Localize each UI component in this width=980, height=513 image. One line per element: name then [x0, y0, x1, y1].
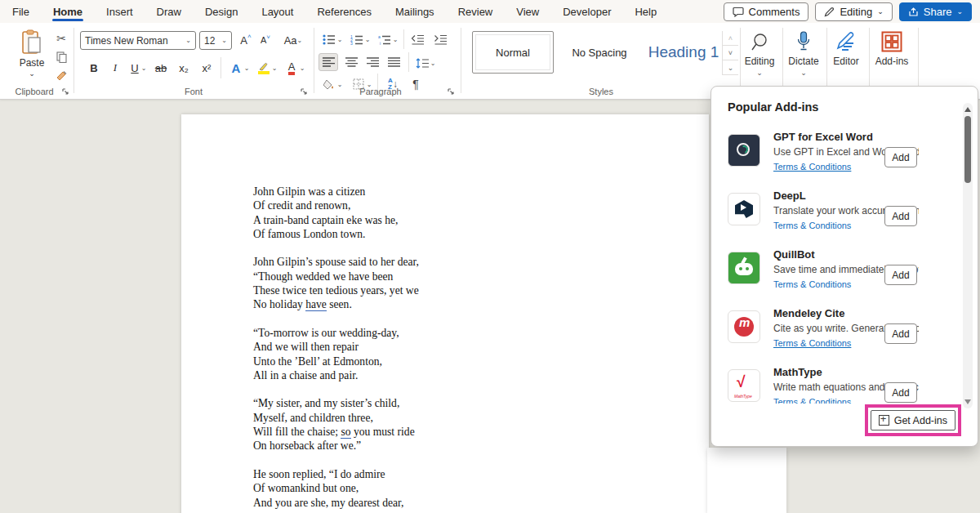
addins-button[interactable]: Add-ins — [871, 28, 913, 85]
style-normal[interactable]: Normal — [472, 31, 554, 74]
style-heading-1[interactable]: Heading 1 — [645, 31, 722, 74]
addin-add-button[interactable]: Add — [884, 323, 917, 344]
tab-design[interactable]: Design — [204, 2, 238, 22]
panel-scrollbar[interactable] — [963, 103, 973, 408]
flyout-remnant — [707, 448, 786, 513]
addin-terms-link[interactable]: Terms & Conditions — [773, 279, 851, 289]
scroll-down-icon[interactable] — [964, 399, 971, 404]
tab-review[interactable]: Review — [457, 2, 494, 22]
addin-add-button[interactable]: Add — [884, 147, 917, 167]
document-text: John Gilpin was a citizenOf credit and r… — [253, 185, 419, 513]
shrink-font-button[interactable]: A˅ — [256, 31, 274, 49]
addin-list-item: DeepL Translate your work accurately and… — [711, 185, 956, 243]
paste-button[interactable]: Paste ⌄ — [13, 29, 51, 83]
tab-developer[interactable]: Developer — [562, 2, 612, 22]
underline-options-chevron[interactable]: ⌄ — [139, 59, 149, 77]
editing-label: Editing — [745, 56, 775, 67]
editing-mode-button[interactable]: Editing ⌄ — [815, 2, 892, 21]
document-page[interactable]: John Gilpin was a citizenOf credit and r… — [181, 114, 709, 513]
addin-add-button[interactable]: Add — [884, 206, 917, 226]
grammar-underline: have — [305, 298, 327, 311]
gpt-addin-logo-icon — [728, 134, 760, 167]
align-right-button[interactable] — [363, 53, 382, 71]
increase-indent-button[interactable] — [431, 30, 449, 48]
mendeley-addin-logo-icon — [728, 310, 760, 343]
style-no-spacing[interactable]: No Spacing — [557, 31, 642, 74]
poem-line: A train-band captain eke was he, — [253, 213, 419, 227]
get-addins-label: Get Add-ins — [894, 415, 947, 426]
subscript-button[interactable]: x₂ — [175, 59, 193, 77]
numbering-chevron[interactable]: ⌄ — [363, 30, 372, 48]
superscript-button[interactable]: x² — [198, 59, 216, 77]
mathtype-addin-logo-icon — [728, 369, 760, 402]
clipboard-dialog-launcher-icon[interactable] — [62, 88, 70, 96]
align-left-button[interactable] — [318, 53, 338, 71]
get-addins-button[interactable]: Get Add-ins — [871, 410, 956, 430]
poem-line: “Though wedded we have been — [253, 270, 419, 283]
tab-draw[interactable]: Draw — [156, 2, 182, 22]
poem-line: These twice ten tedious years, yet we — [253, 283, 419, 297]
poem-line: “To-morrow is our wedding-day, — [253, 326, 419, 340]
editing-button[interactable]: Editing ⌄ — [738, 28, 781, 85]
tab-references[interactable]: References — [316, 2, 372, 22]
addin-terms-link[interactable]: Terms & Conditions — [773, 338, 851, 348]
font-size-combobox[interactable]: 12⌄ — [199, 31, 232, 50]
editor-button[interactable]: Editor — [825, 28, 867, 85]
scrollbar-thumb[interactable] — [964, 116, 971, 183]
styles-gallery-up-button[interactable]: ˄ — [722, 31, 738, 46]
addin-terms-link[interactable]: Terms & Conditions — [773, 221, 851, 230]
poem-line: And you are she, my dearest dear, — [253, 496, 419, 510]
grow-font-button[interactable]: A˄ — [237, 31, 255, 49]
line-spacing-chevron[interactable]: ⌄ — [428, 54, 438, 72]
font-family-combobox[interactable]: Times New Roman⌄ — [80, 31, 196, 50]
font-dialog-launcher-icon[interactable] — [301, 88, 309, 96]
addin-add-button[interactable]: Add — [884, 382, 917, 403]
paragraph-dialog-launcher-icon[interactable] — [448, 88, 456, 96]
word-application-window: File Home Insert Draw Design Layout Refe… — [0, 0, 980, 513]
share-button[interactable]: Share ⌄ — [899, 2, 972, 21]
copy-button[interactable] — [52, 48, 70, 66]
styles-group-label: Styles — [462, 87, 740, 96]
addin-list-item: GPT for Excel Word Use GPT in Excel and … — [711, 126, 956, 185]
font-color-chevron[interactable]: ⌄ — [297, 59, 307, 77]
addin-name: MathType — [773, 364, 919, 378]
highlight-color-chevron[interactable]: ⌄ — [270, 59, 279, 77]
cut-button[interactable]: ✂ — [52, 29, 70, 47]
tab-view[interactable]: View — [515, 2, 540, 22]
styles-gallery-more-button[interactable]: ⌄ — [722, 60, 738, 75]
align-center-button[interactable] — [341, 53, 361, 71]
dictate-button[interactable]: Dictate ⌄ — [782, 28, 825, 85]
strikethrough-button[interactable]: ab — [152, 59, 170, 77]
chevron-down-icon: ⌄ — [800, 69, 807, 77]
decrease-indent-button[interactable] — [408, 30, 426, 48]
styles-gallery-down-button[interactable]: ˅ — [722, 46, 738, 60]
italic-button[interactable]: I — [106, 59, 124, 77]
share-icon — [908, 7, 919, 17]
addin-terms-link[interactable]: Terms & Conditions — [773, 162, 851, 172]
poem-line: Will fill the chaise; so you must ride — [253, 425, 419, 439]
addin-add-button[interactable]: Add — [884, 265, 917, 285]
font-group-label: Font — [75, 87, 312, 96]
tab-layout[interactable]: Layout — [261, 2, 294, 22]
comment-icon — [733, 7, 744, 17]
tab-help[interactable]: Help — [634, 2, 657, 22]
tab-file[interactable]: File — [11, 2, 30, 22]
tab-mailings[interactable]: Mailings — [394, 2, 435, 22]
bold-button[interactable]: B — [85, 59, 103, 77]
multilevel-chevron[interactable]: ⌄ — [390, 30, 400, 48]
svg-text:i: i — [380, 41, 381, 45]
get-addins-highlight: Get Add-ins — [865, 404, 961, 436]
poem-line: No holiday have seen. — [253, 297, 419, 311]
scroll-up-icon[interactable] — [964, 107, 971, 112]
clear-formatting-button[interactable] — [288, 31, 306, 49]
tab-home[interactable]: Home — [52, 2, 83, 22]
addin-terms-link[interactable]: Terms & Conditions — [773, 397, 851, 404]
text-effects-chevron[interactable]: ⌄ — [242, 59, 252, 77]
comments-button[interactable]: Comments — [724, 2, 809, 21]
bullets-chevron[interactable]: ⌄ — [335, 30, 345, 48]
justify-button[interactable] — [384, 53, 403, 71]
chevron-down-icon: ⌄ — [756, 69, 763, 77]
format-painter-button[interactable] — [52, 67, 70, 85]
chevron-down-icon: ⌄ — [221, 37, 227, 44]
tab-insert[interactable]: Insert — [105, 2, 134, 22]
